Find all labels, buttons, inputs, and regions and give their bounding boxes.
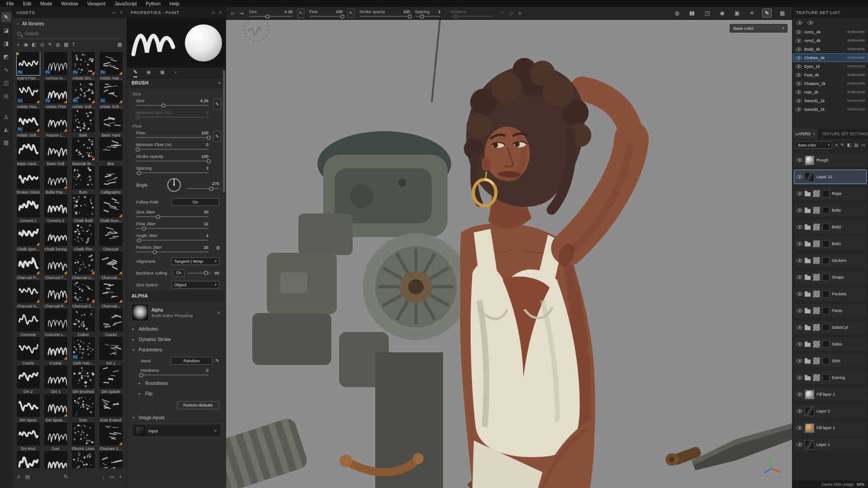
visibility-eye-icon[interactable] [797, 225, 802, 229]
brush-item[interactable]: Cement 2 [42, 194, 69, 223]
brush-item[interactable]: Basic Hard... [15, 137, 41, 166]
layer-row[interactable]: Rough [794, 153, 867, 167]
visibility-eye-icon[interactable] [797, 158, 802, 162]
backface-culling-value[interactable]: 90 [214, 270, 219, 275]
brush-item[interactable]: PsArchive In... [42, 52, 69, 81]
flow-pressure-toggle[interactable]: ✎ [213, 131, 221, 142]
alpha-resource-item[interactable]: Alpha Brush Maker Photoshop × [127, 301, 226, 324]
brush-item[interactable]: ★PsKyle's Pain... [15, 52, 41, 81]
layer-row[interactable]: Layer 2 [794, 404, 867, 418]
menu-item-python[interactable]: Python [141, 1, 165, 6]
position-jitter-settings-icon[interactable]: ⚙ [216, 245, 220, 251]
brush-item[interactable]: PsArtistic Hea... [15, 81, 41, 109]
brush-item[interactable]: PsArtistic Bru... [70, 52, 96, 81]
properties-scrollbar[interactable] [223, 70, 225, 192]
brush-item[interactable] [42, 451, 69, 468]
toolbar-flow-slider[interactable] [309, 16, 343, 17]
toolbar-size-value[interactable]: 4.28 [284, 9, 292, 14]
hardness-slider[interactable] [141, 374, 208, 375]
flow-jitter-slider[interactable] [136, 228, 208, 229]
pause-engine-icon[interactable]: ▮▮ [687, 9, 696, 17]
visibility-eye-icon[interactable] [797, 443, 802, 446]
symmetry-settings-icon[interactable]: ≋ [517, 10, 523, 16]
tab-stencil-icon[interactable]: ▣ [160, 68, 165, 77]
menu-item-window[interactable]: Window [57, 1, 82, 6]
brush-item[interactable]: Charcoal... [98, 280, 124, 308]
visibility-eye-icon[interactable] [797, 426, 802, 430]
layer-row[interactable]: Fill layer 2 [794, 387, 867, 402]
angle-jitter-slider[interactable] [136, 240, 208, 241]
alpha-section-header[interactable]: ALPHA [127, 291, 226, 301]
brush-item[interactable] [98, 451, 124, 468]
geometry-mask-tool-icon[interactable]: ▤ [1, 137, 11, 147]
brush-item[interactable]: Chalk Spre... [15, 223, 41, 251]
show-all-eye-icon[interactable] [797, 21, 802, 24]
visibility-eye-icon[interactable] [797, 292, 802, 296]
brush-item[interactable]: Basic Soft [42, 137, 69, 166]
remove-alpha-icon[interactable]: × [217, 310, 220, 315]
stamp-tool-icon[interactable]: ▱ [230, 10, 235, 16]
backface-culling-toggle[interactable]: On [173, 270, 184, 276]
brush-item[interactable]: Cracks [98, 308, 124, 337]
brush-item[interactable]: Charcoal F... [42, 251, 69, 280]
texture-set-row[interactable]: Hair_2k2048x2048 [793, 88, 867, 96]
falloff-curve-icon[interactable]: ◠ [499, 10, 505, 16]
visibility-eye-icon[interactable] [796, 39, 802, 43]
add-resource-icon[interactable]: + [119, 474, 122, 480]
visibility-eye-icon[interactable] [796, 30, 802, 34]
visibility-eye-icon[interactable] [796, 90, 802, 94]
close-panel-icon[interactable]: × [219, 10, 222, 15]
brush-item[interactable]: PsArtistic Print [42, 81, 69, 109]
layer-row[interactable]: Bolts [794, 203, 867, 218]
brush-item[interactable]: Charcoal R... [42, 280, 69, 308]
layer-row[interactable]: Pants [794, 303, 867, 318]
brush-item[interactable]: Chalk Thin [70, 223, 96, 251]
position-jitter-value[interactable]: 26 [203, 245, 208, 250]
brush-item[interactable]: Concrete [15, 308, 41, 337]
minimum-flow-slider[interactable] [136, 149, 208, 150]
tab-layers[interactable]: LAYERS× [793, 128, 819, 139]
toolbar-flow-value[interactable]: 100 [336, 9, 343, 14]
toolbar-stroke-opacity-value[interactable]: 100 [403, 9, 410, 14]
image-input-item[interactable]: Input × [132, 424, 221, 437]
breadcrumb-back-icon[interactable]: ‹ [17, 21, 19, 26]
toolbar-spacing-slider[interactable] [415, 16, 440, 17]
brush-item[interactable]: PsDark Hatc... [70, 337, 96, 365]
tab-material-icon[interactable]: ◉ [146, 68, 151, 77]
lazy-mouse-icon[interactable]: ↝ [238, 10, 244, 16]
brush-item[interactable] [15, 451, 41, 468]
stroke-opacity-slider[interactable] [136, 161, 208, 161]
details-view-icon[interactable]: ▤ [25, 474, 29, 480]
projection-tool-icon[interactable]: ◨ [1, 38, 11, 48]
visibility-eye-icon[interactable] [796, 108, 802, 111]
angle-slider[interactable] [187, 188, 219, 189]
layer-row[interactable]: Sides [794, 337, 867, 351]
add-folder-icon[interactable]: ▭ [861, 142, 865, 148]
visibility-eye-icon[interactable] [797, 376, 802, 379]
grid-view-icon[interactable]: ▦ [118, 42, 122, 47]
import-resource-icon[interactable]: ↓ [102, 474, 105, 480]
brush-item[interactable]: PsArtistic Hair... [98, 52, 124, 81]
layer-row[interactable]: Layer 1 [794, 437, 867, 452]
brush-item[interactable]: Charcoal Li... [70, 251, 96, 280]
flow-jitter-value[interactable]: 11 [204, 221, 208, 226]
brush-item[interactable]: Charcoal [98, 223, 124, 251]
menu-item-javascript[interactable]: JavaScript [110, 1, 141, 6]
stroke-opacity-value[interactable]: 100 [201, 154, 208, 159]
camera-icon[interactable]: ▣ [732, 9, 741, 17]
brush-item[interactable]: Bullet Imp... [42, 166, 69, 194]
close-panel-icon[interactable]: × [120, 10, 123, 15]
brush-item[interactable]: Dirt 1 [98, 337, 124, 365]
alignment-dropdown[interactable]: Tangent | Wrap▾ [171, 257, 219, 265]
visibility-eye-icon[interactable] [796, 65, 802, 68]
layer-row[interactable]: Shirt [794, 354, 867, 368]
menu-item-mode[interactable]: Mode [36, 1, 57, 6]
paint-tool-icon[interactable]: ✎ [1, 12, 11, 22]
layer-row[interactable]: SidesCyl [794, 320, 867, 335]
add-effect-icon[interactable]: ✎ [840, 142, 844, 148]
visibility-eye-icon[interactable] [796, 82, 802, 85]
angle-value[interactable]: 270 [187, 181, 219, 186]
layer-row[interactable]: Belt2 [794, 220, 867, 234]
visibility-eye-icon[interactable] [796, 56, 802, 60]
visibility-eye-icon[interactable] [797, 409, 802, 413]
